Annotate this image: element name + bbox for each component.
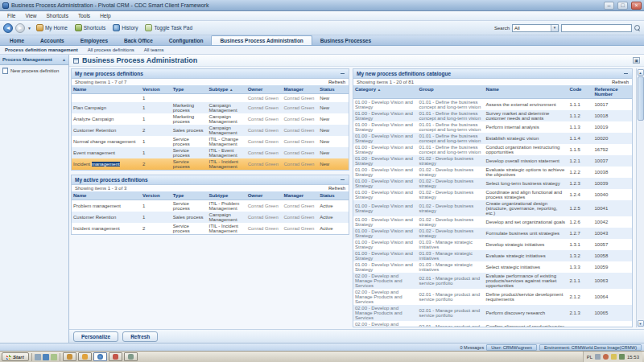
collapse-panel-icon[interactable] xyxy=(340,71,345,76)
column-header-version[interactable]: Version xyxy=(141,191,171,200)
column-header-status[interactable]: Status xyxy=(318,85,349,94)
search-scope-select[interactable]: All ▼ xyxy=(512,24,559,32)
language-indicator[interactable]: PL xyxy=(587,355,592,360)
table-row[interactable]: Customer Retention1Sales processCampaign… xyxy=(72,212,349,223)
close-icon[interactable]: × xyxy=(631,2,642,10)
table-row[interactable]: 01.00 - Develop Vision and Strategy01.02… xyxy=(353,228,632,239)
tab-business-process-administration[interactable]: Business Process Administration xyxy=(211,35,312,45)
tray-icon[interactable] xyxy=(611,354,617,360)
table-row[interactable]: 01.00 - Develop Vision and Strategy01.02… xyxy=(353,200,632,216)
table-row[interactable]: 1Conrad GreenConrad GreenNew xyxy=(72,94,349,102)
table-row[interactable]: 01.00 - Develop Vision and Strategy01.01… xyxy=(353,133,632,144)
table-row[interactable]: 01.00 - Develop Vision and Strategy01.01… xyxy=(353,121,632,133)
column-header-subtype[interactable]: Subtype ▲ xyxy=(208,85,246,94)
shortcuts-button[interactable]: Shortcuts xyxy=(72,23,108,32)
tray-icon[interactable] xyxy=(619,354,625,360)
quick-launch-icon[interactable] xyxy=(51,354,57,360)
sidebar-item-new-process-definition[interactable]: New process definition xyxy=(0,65,68,76)
refresh-link[interactable]: Refresh xyxy=(612,80,629,84)
forward-icon[interactable]: ► xyxy=(15,23,25,33)
refresh-link[interactable]: Refresh xyxy=(328,186,345,191)
column-header-reference-number[interactable]: Reference Number xyxy=(593,85,632,99)
tab-home[interactable]: Home xyxy=(2,36,32,45)
table-row[interactable]: 01.00 - Develop Vision and Strategy01.02… xyxy=(353,155,632,167)
subtab-all-process-definitions[interactable]: All process definitions xyxy=(88,47,134,52)
scrollbar-thumb[interactable] xyxy=(638,76,644,121)
clock[interactable]: 15:53 xyxy=(627,355,639,360)
menu-view[interactable]: View xyxy=(20,13,41,19)
table-row[interactable]: Plan Campaign1Marketing processCampaign … xyxy=(72,102,349,113)
table-row[interactable]: Customer Retention2Sales processCampaign… xyxy=(72,125,349,136)
status-user[interactable]: User: CRMW\cgreen xyxy=(486,344,537,351)
menu-shortcuts[interactable]: Shortcuts xyxy=(41,13,72,19)
table-row[interactable]: 01.00 - Develop Vision and Strategy01.02… xyxy=(353,216,632,228)
table-row[interactable]: 01.00 - Develop Vision and Strategy01.03… xyxy=(353,261,632,273)
column-header-manager[interactable]: Manager xyxy=(282,191,318,200)
table-row[interactable]: Event management1Service processITIL - E… xyxy=(72,147,349,158)
tab-business-processes[interactable]: Business Processes xyxy=(312,36,379,45)
search-icon[interactable] xyxy=(634,25,641,31)
menu-tools[interactable]: Tools xyxy=(73,13,95,19)
menu-help[interactable]: Help xyxy=(95,13,115,19)
refresh-link[interactable]: Refresh xyxy=(328,80,345,84)
my-home-button[interactable]: My Home xyxy=(34,23,70,32)
table-row[interactable]: 01.00 - Develop Vision and Strategy01.03… xyxy=(353,239,632,250)
tab-back-office[interactable]: Back Office xyxy=(116,36,161,45)
column-header-name[interactable]: Name xyxy=(72,191,141,200)
taskbar-app-button[interactable] xyxy=(124,352,138,361)
column-header-group[interactable]: Group xyxy=(418,85,485,99)
start-button[interactable]: Start xyxy=(2,352,29,361)
column-header-type[interactable]: Type xyxy=(171,85,208,94)
scroll-up-icon[interactable]: ▲ xyxy=(638,69,644,76)
search-input[interactable] xyxy=(561,24,632,32)
column-header-category[interactable]: Category ▲ xyxy=(353,85,418,99)
toggle-task-pad-button[interactable]: Toggle Task Pad xyxy=(142,23,195,32)
column-header-owner[interactable]: Owner xyxy=(246,191,283,200)
table-row[interactable]: Problem management1Service processITIL -… xyxy=(72,200,349,212)
table-row[interactable]: 01.00 - Develop Vision and Strategy01.01… xyxy=(353,99,632,111)
collapse-panel-icon[interactable] xyxy=(340,177,345,183)
vertical-scrollbar[interactable]: ▲ ▼ xyxy=(636,68,644,327)
table-row[interactable]: 02.00 - Develop and Manage Products and … xyxy=(353,321,632,327)
tab-accounts[interactable]: Accounts xyxy=(32,36,72,45)
scroll-down-icon[interactable]: ▼ xyxy=(638,320,644,327)
table-row[interactable]: 01.00 - Develop Vision and Strategy01.02… xyxy=(353,189,632,200)
table-row[interactable]: 02.00 - Develop and Manage Products and … xyxy=(353,289,632,305)
column-header-subtype[interactable]: Subtype xyxy=(208,191,246,200)
table-row[interactable]: Normal change management1Service process… xyxy=(72,136,349,147)
table-row[interactable]: Analyze Campaign1Marketing processCampai… xyxy=(72,113,349,125)
quick-launch-icon[interactable] xyxy=(35,354,41,360)
minimize-icon[interactable]: – xyxy=(604,2,614,10)
tab-employees[interactable]: Employees xyxy=(72,36,116,45)
tab-configuration[interactable]: Configuration xyxy=(161,36,212,45)
refresh-button[interactable]: Refresh xyxy=(122,331,158,342)
history-button[interactable]: History xyxy=(110,23,140,32)
table-row[interactable]: 01.00 - Develop Vision and Strategy01.02… xyxy=(353,167,632,178)
status-environment[interactable]: Environment: CRMWorld Demo Image(CRMW) xyxy=(539,344,642,351)
panel-maximize-button[interactable]: ▣ xyxy=(633,57,640,64)
collapse-panel-icon[interactable] xyxy=(623,71,629,76)
column-header-code[interactable]: Code xyxy=(568,85,592,99)
table-row[interactable]: 01.00 - Develop Vision and Strategy01.03… xyxy=(353,250,632,261)
table-row[interactable]: 02.00 - Develop and Manage Products and … xyxy=(353,305,632,321)
back-icon[interactable]: ◄ xyxy=(3,23,13,33)
table-row[interactable]: 01.00 - Develop Vision and Strategy01.01… xyxy=(353,144,632,155)
column-header-owner[interactable]: Owner xyxy=(246,85,283,94)
taskbar-app-button-active[interactable] xyxy=(93,352,107,361)
tray-icon[interactable] xyxy=(595,354,601,360)
table-row[interactable]: 02.00 - Develop and Manage Products and … xyxy=(353,273,632,289)
maximize-icon[interactable]: □ xyxy=(617,2,628,10)
menu-file[interactable]: File xyxy=(2,13,20,19)
table-row[interactable]: 01.00 - Develop Vision and Strategy01.01… xyxy=(353,110,632,121)
messages-count[interactable]: 0 Messages xyxy=(460,345,484,350)
column-header-name[interactable]: Name xyxy=(72,85,141,94)
column-header-type[interactable]: Type xyxy=(171,191,208,200)
taskbar-app-button[interactable] xyxy=(109,352,122,361)
table-row[interactable]: Incident management2Service processITIL … xyxy=(72,158,349,170)
quick-launch-icon[interactable] xyxy=(43,354,49,360)
subtab-process-definition-management[interactable]: Process definition management xyxy=(5,47,78,52)
tray-icon[interactable] xyxy=(603,354,609,360)
column-header-version[interactable]: Version xyxy=(141,85,171,94)
column-header-status[interactable]: Status xyxy=(318,191,349,200)
personalize-button[interactable]: Personalize xyxy=(73,331,118,342)
